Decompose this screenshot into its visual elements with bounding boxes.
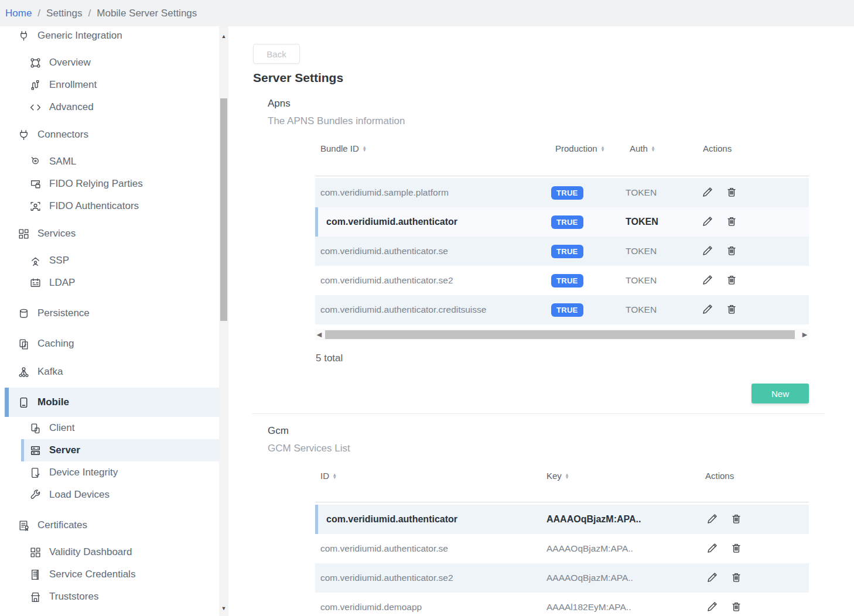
sidebar-item-overview[interactable]: Overview <box>5 52 219 74</box>
plug-icon <box>18 30 30 42</box>
column-header-label: ID <box>320 471 329 481</box>
apns-table-row[interactable]: com.veridiumid.authenticator.creditsuiss… <box>315 295 809 324</box>
edit-button[interactable] <box>701 215 715 229</box>
gcm-table-row[interactable]: com.veridiumid.demoappAAAAl182EyM:APA.. <box>315 593 809 616</box>
column-header-id[interactable]: ID▴▾ <box>320 471 336 481</box>
auth-cell: TOKEN <box>626 237 657 266</box>
sidebar-item-certificates[interactable]: Certificates <box>5 514 219 536</box>
new-button[interactable]: New <box>751 384 809 403</box>
sidebar-item-caching[interactable]: Caching <box>5 333 219 355</box>
database-icon <box>18 307 30 320</box>
edit-button[interactable] <box>705 512 719 526</box>
sort-carets-icon: ▴▾ <box>566 473 569 479</box>
production-badge: TRUE <box>551 186 583 200</box>
auth-cell: TOKEN <box>626 178 657 207</box>
scroll-left-arrow[interactable]: ◀ <box>315 330 323 339</box>
scroll-up-arrow[interactable]: ▲ <box>219 33 228 39</box>
apns-table-row[interactable]: com.veridiumid.sample.platformTRUETOKEN <box>315 178 809 207</box>
sidebar-nav: Generic IntegrationOverviewEnrollmentAdv… <box>5 26 219 616</box>
sidebar-scrollbar-thumb[interactable] <box>220 98 227 321</box>
delete-button[interactable] <box>725 186 739 200</box>
column-header-bundle-id[interactable]: Bundle ID▴▾ <box>320 143 365 153</box>
sidebar-item-label: Mobile <box>37 396 69 408</box>
edit-button[interactable] <box>701 186 715 200</box>
enrollment-icon <box>29 79 42 91</box>
auth-cell: TOKEN <box>626 207 658 237</box>
sidebar-item-server[interactable]: Server <box>21 439 219 461</box>
column-header-production[interactable]: Production▴▾ <box>555 143 604 153</box>
sidebar-item-ssp[interactable]: SSP <box>5 249 219 272</box>
delete-button[interactable] <box>725 215 739 229</box>
sidebar-item-persistence[interactable]: Persistence <box>5 302 219 324</box>
breadcrumb-item-settings[interactable]: Settings <box>46 8 82 19</box>
sidebar-item-client[interactable]: Client <box>5 417 219 439</box>
column-header-key[interactable]: Key▴▾ <box>546 471 568 481</box>
back-button[interactable]: Back <box>253 44 300 64</box>
pencil-icon <box>706 606 719 615</box>
edit-button[interactable] <box>701 303 715 317</box>
delete-button[interactable] <box>729 600 743 614</box>
scroll-right-arrow[interactable]: ▶ <box>801 330 809 339</box>
apns-table-row[interactable]: com.veridiumid.authenticator.seTRUETOKEN <box>315 237 809 266</box>
gcm-table-row[interactable]: com.veridiumid.authenticator.se2AAAAOqBj… <box>315 563 809 593</box>
sort-carets-icon: ▴▾ <box>602 146 604 152</box>
column-header-auth[interactable]: Auth▴▾ <box>630 143 654 153</box>
breadcrumb-item-home[interactable]: Home <box>5 8 32 19</box>
delete-button[interactable] <box>725 303 739 317</box>
sidebar-item-label: Persistence <box>37 307 90 319</box>
gcm-header-rule <box>315 502 809 502</box>
edit-button[interactable] <box>705 600 719 614</box>
sidebar-item-connectors[interactable]: Connectors <box>5 124 219 146</box>
edit-button[interactable] <box>701 273 715 288</box>
apns-table-header: Bundle ID▴▾Production▴▾Auth▴▾Actions <box>315 143 809 156</box>
delete-button[interactable] <box>729 542 743 556</box>
sidebar-item-kafka[interactable]: Kafka <box>5 361 219 383</box>
sidebar-item-label: Caching <box>37 338 74 350</box>
sidebar-item-label: Services <box>37 228 76 239</box>
code-icon <box>29 101 42 114</box>
sidebar-item-mobile[interactable]: Mobile <box>5 388 219 417</box>
production-badge: TRUE <box>551 215 583 229</box>
breadcrumb-separator: / <box>88 8 91 19</box>
sidebar-item-load-devices[interactable]: Load Devices <box>5 484 219 506</box>
edit-button[interactable] <box>701 244 715 258</box>
sidebar-item-label: FIDO Relying Parties <box>49 178 143 190</box>
production-badge: TRUE <box>551 303 583 317</box>
sidebar-item-service-credentials[interactable]: Service Credentials <box>5 563 219 586</box>
production-badge: TRUE <box>551 274 583 288</box>
delete-button[interactable] <box>725 244 739 258</box>
edit-button[interactable] <box>705 571 719 585</box>
sidebar-item-generic-integration[interactable]: Generic Integration <box>5 26 219 47</box>
scroll-down-arrow[interactable]: ▼ <box>219 605 228 611</box>
horizontal-scrollbar-thumb[interactable] <box>325 330 795 339</box>
gcm-table-row[interactable]: com.veridiumid.authenticatorAAAAOqBjazM:… <box>315 505 809 534</box>
gcm-table-row[interactable]: com.veridiumid.authenticator.seAAAAOqBja… <box>315 534 809 563</box>
column-header-label: Actions <box>705 471 734 481</box>
sidebar-item-saml[interactable]: SAML <box>5 150 219 173</box>
sidebar-item-label: SSP <box>49 255 69 266</box>
edit-button[interactable] <box>705 542 719 556</box>
sidebar-item-ldap[interactable]: LDAP <box>5 272 219 294</box>
delete-button[interactable] <box>729 512 743 526</box>
sidebar-item-device-integrity[interactable]: Device Integrity <box>5 461 219 484</box>
delete-button[interactable] <box>729 571 743 585</box>
sidebar-item-enrollment[interactable]: Enrollment <box>5 74 219 96</box>
trash-icon <box>725 309 738 317</box>
delete-button[interactable] <box>725 273 739 288</box>
sidebar-item-label: Certificates <box>37 519 87 531</box>
breadcrumb: Home/Settings/Mobile Server Settings <box>0 0 854 26</box>
apns-table-row[interactable]: com.veridiumid.authenticator.se2TRUETOKE… <box>315 266 809 295</box>
key-cell: AAAAl182EyM:APA.. <box>546 593 631 616</box>
sidebar-item-advanced[interactable]: Advanced <box>5 96 219 118</box>
sidebar-item-fido-authenticators[interactable]: FIDO Authenticators <box>5 195 219 217</box>
sidebar-item-services[interactable]: Services <box>5 223 219 245</box>
sidebar-item-truststores[interactable]: Truststores <box>5 586 219 608</box>
sort-carets-icon: ▴▾ <box>652 146 655 152</box>
production-cell: TRUE <box>551 237 583 266</box>
apns-table-row[interactable]: com.veridiumid.authenticatorTRUETOKEN <box>315 207 809 237</box>
sidebar-item-validity-dashboard[interactable]: Validity Dashboard <box>5 541 219 563</box>
sort-carets-icon: ▴▾ <box>363 146 366 152</box>
sidebar-item-label: Overview <box>49 57 91 69</box>
sidebar-item-fido-relying-parties[interactable]: FIDO Relying Parties <box>5 173 219 195</box>
production-badge: TRUE <box>551 245 583 258</box>
